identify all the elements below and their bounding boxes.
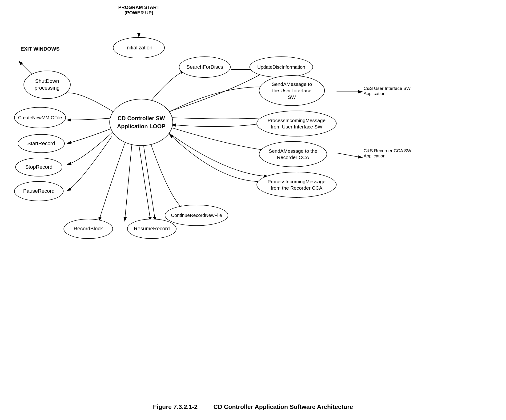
- diagram-container: PROGRAM START(POWER UP) EXIT WINDOWS Ini…: [0, 0, 506, 381]
- figure-number: Figure 7.3.2.1-2: [153, 403, 197, 410]
- exit-windows-label: EXIT WINDOWS: [14, 46, 66, 52]
- svg-line-9: [125, 145, 132, 221]
- figure-caption: Figure 7.3.2.1-2 CD Controller Applicati…: [0, 403, 506, 411]
- record-block-node: RecordBlock: [64, 219, 113, 239]
- start-record-node: StartRecord: [18, 134, 65, 153]
- stop-record-node: StopRecord: [15, 158, 62, 176]
- continue-record-node: ContinueRecordNewFile: [165, 205, 228, 226]
- send-message-rec-node: SendAMessage to theRecorder CCA: [259, 141, 327, 167]
- svg-line-10: [144, 145, 155, 221]
- figure-title: CD Controller Application Software Archi…: [213, 403, 353, 410]
- initialization-node: Initialization: [113, 37, 165, 58]
- center-node: CD Controller SWApplication LOOP: [109, 99, 173, 146]
- process-incoming-rec-node: ProcessIncomingMessagefrom the Recorder …: [257, 172, 337, 198]
- shutdown-node: ShutDownprocessing: [24, 71, 71, 99]
- create-mmio-node: CreateNewMMIOFile: [14, 107, 66, 128]
- svg-line-8: [337, 153, 362, 158]
- cs-rec-label: C&S Recorder CCA SWApplication: [364, 148, 420, 159]
- resume-record-node: ResumeRecord: [127, 219, 177, 239]
- svg-line-6: [139, 145, 151, 221]
- process-incoming-ui-node: ProcessIncomingMessagefrom User Interfac…: [257, 111, 337, 136]
- send-message-ui-node: SendAMessage tothe User InterfaceSW: [259, 75, 325, 106]
- pause-record-node: PauseRecord: [14, 181, 64, 201]
- search-discs-node: SearchForDiscs: [179, 56, 231, 78]
- program-start-label: PROGRAM START(POWER UP): [106, 5, 172, 15]
- update-disc-node: UpdateDiscInformation: [249, 56, 313, 78]
- arrows-svg: [0, 0, 506, 381]
- cs-ui-label: C&S User Interface SWApplication: [364, 86, 415, 96]
